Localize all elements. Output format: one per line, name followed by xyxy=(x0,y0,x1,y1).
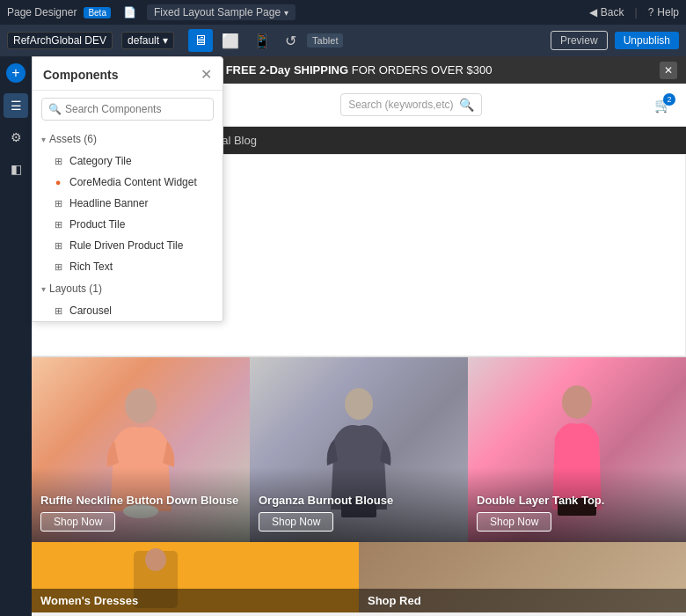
add-component-button[interactable]: + xyxy=(6,63,26,83)
store-search-bar[interactable]: Search (keywords,etc) 🔍 xyxy=(340,93,481,116)
header-icons: 🛒 2 xyxy=(654,97,672,114)
bottom-tile-womens-dresses[interactable]: Women's Dresses xyxy=(32,542,359,612)
env-option-label: default xyxy=(128,34,159,47)
unpublish-button[interactable]: Unpublish xyxy=(615,32,679,49)
back-arrow-icon: ◀ xyxy=(589,6,597,18)
layouts-collapse-icon: ▾ xyxy=(41,284,46,294)
headline-banner-icon: ⊞ xyxy=(52,197,64,209)
page-name-tab[interactable]: Fixed Layout Sample Page ▾ xyxy=(147,4,296,20)
top-bar: Page Designer Beta 📄 Fixed Layout Sample… xyxy=(0,0,686,25)
help-label: Help xyxy=(657,6,679,18)
rule-driven-icon: ⊞ xyxy=(52,239,64,252)
env-label: RefArchGlobal DEV xyxy=(13,34,106,47)
product-overlay-2: Organza Burnout Blouse Shop Now xyxy=(250,467,468,542)
shop-now-button-2[interactable]: Shop Now xyxy=(259,512,333,532)
beta-badge: Beta xyxy=(84,7,111,18)
shop-red-label: Shop Red xyxy=(359,589,686,612)
rich-text-icon: ⊞ xyxy=(52,260,64,273)
category-tile-icon: ⊞ xyxy=(52,155,64,167)
assets-section-header[interactable]: ▾ Assets (6) xyxy=(33,128,223,150)
search-submit-icon[interactable]: 🔍 xyxy=(459,98,474,112)
layouts-section-label: Layouts (1) xyxy=(49,282,102,295)
sidebar-icon-settings[interactable]: ⚙ xyxy=(4,125,28,150)
panel-close-button[interactable]: ✕ xyxy=(201,66,212,83)
sidebar-icon-layers[interactable]: ◧ xyxy=(4,157,28,181)
device-bar: RefArchGlobal DEV default ▾ 🖥 ⬜ 📱 ↺ Tabl… xyxy=(0,25,686,56)
component-rich-text[interactable]: ⊞ Rich Text xyxy=(33,256,223,277)
sidebar-icon-menu[interactable]: ☰ xyxy=(4,93,28,118)
app-title: Page Designer xyxy=(7,6,77,18)
back-label: Back xyxy=(601,6,624,18)
page-icon: 📄 xyxy=(123,6,136,18)
product-grid: Ruffle Neckline Button Down Blouse Shop … xyxy=(32,356,686,542)
refresh-icon[interactable]: ↺ xyxy=(280,29,302,53)
headline-banner-label: Headline Banner xyxy=(69,197,148,209)
tablet-label: Tablet xyxy=(307,33,343,48)
promo-text-bold: FREE 2-Day SHIPPING xyxy=(226,63,348,77)
product-overlay-3: Double Layer Tank Top. Shop Now xyxy=(468,467,686,542)
components-panel: Components ✕ 🔍 ▾ Assets (6) ⊞ Category T… xyxy=(32,56,223,322)
page-name-chevron: ▾ xyxy=(284,8,288,18)
product-card-3[interactable]: Double Layer Tank Top. Shop Now xyxy=(468,357,686,542)
promo-close-button[interactable]: ✕ xyxy=(660,62,677,79)
mobile-icon[interactable]: 📱 xyxy=(248,29,276,53)
preview-button[interactable]: Preview xyxy=(551,31,608,50)
svg-point-0 xyxy=(125,388,157,423)
womens-dresses-label: Women's Dresses xyxy=(32,589,359,612)
rich-text-label: Rich Text xyxy=(69,260,113,273)
env-chevron-icon: ▾ xyxy=(163,34,168,47)
component-carousel[interactable]: ⊞ Carousel xyxy=(33,300,223,321)
category-tile-label: Category Tile xyxy=(69,155,132,167)
desktop-icon[interactable]: 🖥 xyxy=(188,29,213,52)
question-icon: ? xyxy=(648,6,654,18)
svg-point-2 xyxy=(345,388,373,420)
coremedia-label: CoreMedia Content Widget xyxy=(69,176,197,188)
product-card-1[interactable]: Ruffle Neckline Button Down Blouse Shop … xyxy=(32,357,250,542)
shop-now-button-1[interactable]: Shop Now xyxy=(40,512,115,532)
component-product-tile[interactable]: ⊞ Product Tile xyxy=(33,214,223,235)
back-button[interactable]: ◀ Back xyxy=(589,6,624,18)
shop-now-button-3[interactable]: Shop Now xyxy=(477,512,551,532)
svg-point-4 xyxy=(562,385,592,419)
bottom-tile-shop-red[interactable]: Shop Red xyxy=(359,542,686,612)
help-button[interactable]: ? Help xyxy=(648,6,679,18)
product-name-2: Organza Burnout Blouse xyxy=(259,494,459,507)
component-headline-banner[interactable]: ⊞ Headline Banner xyxy=(33,193,223,214)
divider: | xyxy=(635,6,638,18)
layouts-section-header[interactable]: ▾ Layouts (1) xyxy=(33,277,223,300)
assets-section-label: Assets (6) xyxy=(49,133,97,145)
component-rule-driven[interactable]: ⊞ Rule Driven Product Tile xyxy=(33,235,223,256)
panel-title: Components xyxy=(43,68,119,82)
product-overlay-1: Ruffle Neckline Button Down Blouse Shop … xyxy=(32,467,250,542)
tablet-icon[interactable]: ⬜ xyxy=(216,29,244,53)
coremedia-icon: ● xyxy=(52,176,64,188)
search-icon: 🔍 xyxy=(48,103,62,115)
promo-text-rest: FOR ORDERS OVER $300 xyxy=(352,63,493,77)
carousel-label: Carousel xyxy=(69,304,112,317)
cart-icon-wrap[interactable]: 🛒 2 xyxy=(654,97,672,114)
component-category-tile[interactable]: ⊞ Category Tile xyxy=(33,150,223,172)
page-name-label: Fixed Layout Sample Page xyxy=(154,6,281,18)
bottom-tiles-grid: Women's Dresses Shop Red xyxy=(32,542,686,612)
product-tile-label: Product Tile xyxy=(69,218,125,231)
carousel-icon: ⊞ xyxy=(52,304,64,317)
assets-collapse-icon: ▾ xyxy=(41,135,46,144)
search-components-input[interactable] xyxy=(41,98,214,121)
product-name-1: Ruffle Neckline Button Down Blouse xyxy=(40,494,241,507)
page-tab: 📄 xyxy=(123,6,140,18)
product-name-3: Double Layer Tank Top. xyxy=(477,494,677,507)
product-card-2[interactable]: Organza Burnout Blouse Shop Now xyxy=(250,357,468,542)
rule-driven-label: Rule Driven Product Tile xyxy=(69,239,183,252)
env-selector[interactable]: RefArchGlobal DEV xyxy=(7,32,113,49)
svg-point-8 xyxy=(145,548,166,571)
env-option-selector[interactable]: default ▾ xyxy=(121,32,174,49)
cart-badge: 2 xyxy=(663,93,675,106)
search-placeholder-text: Search (keywords,etc) xyxy=(348,99,453,111)
component-coremedia[interactable]: ● CoreMedia Content Widget xyxy=(33,172,223,193)
device-icons-group: 🖥 ⬜ 📱 ↺ xyxy=(188,29,302,53)
left-sidebar: + ☰ ⚙ ◧ xyxy=(0,56,32,616)
product-tile-icon: ⊞ xyxy=(52,218,64,231)
